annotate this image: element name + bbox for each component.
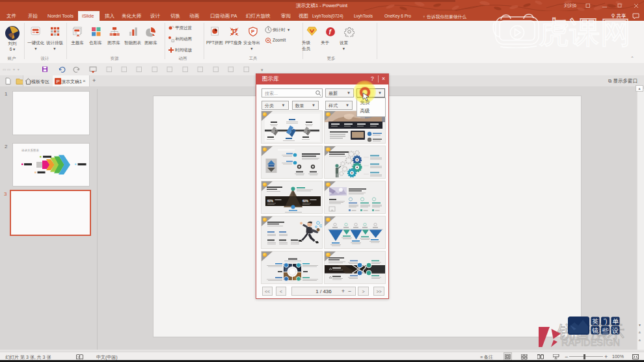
svg-text:60%: 60% [302,199,308,202]
svg-text:RAPIDESIGN: RAPIDESIGN [561,337,620,348]
svg-text:▾: ▾ [261,68,263,72]
svg-text:单: 单 [612,318,619,325]
svg-text:镜: 镜 [592,327,598,334]
svg-text:虎课网: 虎课网 [539,15,631,48]
svg-text:递进关系图表: 递进关系图表 [21,148,40,153]
svg-text:60%: 60% [267,199,273,202]
svg-text:设: 设 [611,327,619,334]
svg-text:P: P [251,29,254,34]
svg-text:些: 些 [602,327,609,334]
svg-text:P: P [57,79,60,84]
svg-text:英: 英 [592,318,598,325]
svg-text:ʻ): ʻ) [604,318,608,325]
